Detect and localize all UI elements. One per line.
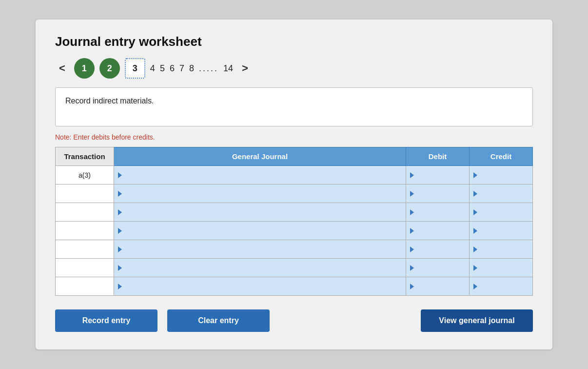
journal-input-3[interactable] [124,227,406,235]
page-num-7[interactable]: 7 [179,63,184,74]
debit-cell-5[interactable] [406,259,470,277]
debit-input-2[interactable] [416,208,469,216]
triangle-icon [410,228,414,234]
button-row: Record entry Clear entry View general jo… [55,309,533,332]
page-num-5[interactable]: 5 [160,63,165,74]
triangle-icon [473,172,477,178]
transaction-cell-1 [56,184,114,203]
credit-input-1[interactable] [479,190,532,198]
page-num-1[interactable]: 1 [74,58,95,79]
triangle-icon [410,246,414,252]
credit-input-0[interactable] [479,171,532,179]
debit-cell-2[interactable] [406,203,470,222]
journal-input-2[interactable] [124,208,406,216]
debit-input-3[interactable] [416,227,469,235]
table-row: a(3) [56,166,533,184]
triangle-icon [473,246,477,252]
debit-input-5[interactable] [416,264,469,272]
credit-cell-4[interactable] [470,240,533,259]
col-header-journal: General Journal [114,147,406,166]
triangle-icon [410,284,414,289]
page-num-8[interactable]: 8 [189,63,194,74]
debit-cell-6[interactable] [406,277,470,296]
debit-cell-3[interactable] [406,222,470,240]
page-title: Journal entry worksheet [55,34,533,49]
table-row [56,203,533,222]
col-header-debit: Debit [406,147,470,166]
debit-input-0[interactable] [416,171,469,179]
journal-cell-3[interactable] [114,222,406,240]
debit-cell-4[interactable] [406,240,470,259]
description-box: Record indirect materials. [55,87,533,126]
transaction-cell-0: a(3) [56,166,114,184]
credit-input-4[interactable] [479,246,532,253]
debit-cell-1[interactable] [406,184,470,203]
triangle-icon [118,228,122,234]
view-general-journal-button[interactable]: View general journal [421,309,533,332]
journal-table: Transaction General Journal Debit Credit… [55,147,533,296]
page-num-2[interactable]: 2 [99,58,120,79]
page-num-6[interactable]: 6 [170,63,175,74]
triangle-icon [410,172,414,178]
triangle-icon [410,265,414,271]
journal-cell-6[interactable] [114,277,406,296]
debit-input-1[interactable] [416,190,469,198]
debit-input-4[interactable] [416,246,469,253]
table-row [56,259,533,277]
table-row [56,184,533,203]
clear-entry-button[interactable]: Clear entry [167,309,270,332]
triangle-icon [473,284,477,289]
credit-cell-0[interactable] [470,166,533,184]
col-header-transaction: Transaction [56,147,114,166]
transaction-cell-4 [56,240,114,259]
credit-input-5[interactable] [479,264,532,272]
journal-cell-1[interactable] [114,184,406,203]
triangle-icon [118,209,122,215]
journal-cell-2[interactable] [114,203,406,222]
record-entry-button[interactable]: Record entry [55,309,157,332]
note-text: Note: Enter debits before credits. [55,133,533,141]
table-row [56,240,533,259]
journal-cell-5[interactable] [114,259,406,277]
credit-cell-1[interactable] [470,184,533,203]
triangle-icon [118,191,122,197]
triangle-icon [473,265,477,271]
prev-button[interactable]: < [55,61,69,76]
table-row [56,277,533,296]
triangle-icon [473,191,477,197]
table-row [56,222,533,240]
journal-input-5[interactable] [124,264,406,272]
journal-input-0[interactable] [124,171,406,179]
pagination: <12345678.....14> [55,58,533,79]
transaction-cell-2 [56,203,114,222]
debit-cell-0[interactable] [406,166,470,184]
page-num-14[interactable]: 14 [223,63,233,74]
transaction-cell-5 [56,259,114,277]
journal-input-4[interactable] [124,246,406,253]
transaction-cell-6 [56,277,114,296]
col-header-credit: Credit [470,147,533,166]
credit-cell-6[interactable] [470,277,533,296]
credit-input-2[interactable] [479,208,532,216]
triangle-icon [118,265,122,271]
credit-cell-5[interactable] [470,259,533,277]
page-num-4[interactable]: 4 [150,63,155,74]
transaction-cell-3 [56,222,114,240]
journal-input-1[interactable] [124,190,406,198]
triangle-icon [410,209,414,215]
debit-input-6[interactable] [416,283,469,290]
credit-input-6[interactable] [479,283,532,290]
page-num-3[interactable]: 3 [125,58,145,79]
triangle-icon [118,172,122,178]
triangle-icon [473,209,477,215]
next-button[interactable]: > [238,61,252,76]
description-text: Record indirect materials. [65,97,154,105]
credit-cell-3[interactable] [470,222,533,240]
main-card: Journal entry worksheet <12345678.....14… [36,20,552,349]
credit-cell-2[interactable] [470,203,533,222]
journal-cell-4[interactable] [114,240,406,259]
journal-cell-0[interactable] [114,166,406,184]
triangle-icon [410,191,414,197]
credit-input-3[interactable] [479,227,532,235]
journal-input-6[interactable] [124,283,406,290]
